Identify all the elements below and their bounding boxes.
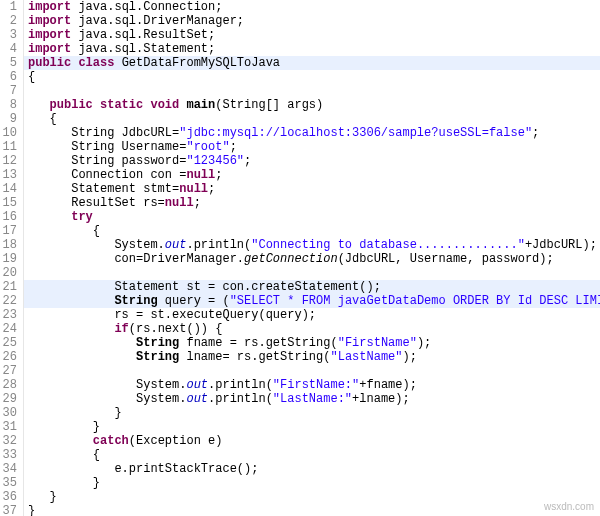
token-plain xyxy=(28,434,93,448)
token-kw: import xyxy=(28,14,78,28)
line-number: 28 xyxy=(0,378,17,392)
token-plain: .println( xyxy=(208,392,273,406)
code-line xyxy=(24,364,600,378)
token-plain xyxy=(28,210,71,224)
token-plain: java.sql.ResultSet; xyxy=(78,28,215,42)
token-kw: try xyxy=(71,210,93,224)
code-line: e.printStackTrace(); xyxy=(24,462,600,476)
code-line: { xyxy=(24,448,600,462)
line-number: 14 xyxy=(0,182,17,196)
line-number: 22 xyxy=(0,294,17,308)
token-plain: GetDataFromMySQLToJava xyxy=(122,56,280,70)
token-plain: (Exception e) xyxy=(129,434,223,448)
token-plain: .println( xyxy=(208,378,273,392)
token-str: "Connecting to database.............." xyxy=(251,238,525,252)
code-line: } xyxy=(24,490,600,504)
code-line: { xyxy=(24,112,600,126)
code-line: Statement st = con.createStatement(); xyxy=(24,280,600,294)
token-plain: ResultSet rs= xyxy=(28,196,165,210)
token-plain: fname = rs.getString( xyxy=(186,336,337,350)
code-line: { xyxy=(24,70,600,84)
token-plain: } xyxy=(28,420,100,434)
token-plain: System. xyxy=(28,378,186,392)
code-line: } xyxy=(24,504,600,516)
line-number-gutter: 1234567891011121314151617181920212223242… xyxy=(0,0,24,516)
code-line: System.out.println("FirstName:"+fname); xyxy=(24,378,600,392)
token-plain: ; xyxy=(230,140,237,154)
token-plain xyxy=(28,322,114,336)
token-plain: { xyxy=(28,70,35,84)
token-kw: import xyxy=(28,0,78,14)
token-plain xyxy=(28,350,136,364)
token-plain: System. xyxy=(28,392,186,406)
code-line xyxy=(24,84,600,98)
code-line: if(rs.next()) { xyxy=(24,322,600,336)
line-number: 21 xyxy=(0,280,17,294)
token-kw: if xyxy=(114,322,128,336)
code-line: import java.sql.Statement; xyxy=(24,42,600,56)
token-plain: ; xyxy=(532,126,539,140)
token-kw: null xyxy=(165,196,194,210)
token-plain: java.sql.Connection; xyxy=(78,0,222,14)
line-number: 26 xyxy=(0,350,17,364)
line-number: 35 xyxy=(0,476,17,490)
token-plain: .println( xyxy=(186,238,251,252)
code-line: Statement stmt=null; xyxy=(24,182,600,196)
code-line: String Username="root"; xyxy=(24,140,600,154)
token-plain: String Username= xyxy=(28,140,186,154)
line-number: 8 xyxy=(0,98,17,112)
token-plain: } xyxy=(28,476,100,490)
token-str: "jdbc:mysql://localhost:3306/sample?useS… xyxy=(179,126,532,140)
token-str: "LastName" xyxy=(330,350,402,364)
code-line: String fname = rs.getString("FirstName")… xyxy=(24,336,600,350)
token-plain xyxy=(28,294,114,308)
line-number: 27 xyxy=(0,364,17,378)
token-plain: } xyxy=(28,504,35,516)
line-number: 4 xyxy=(0,42,17,56)
token-str: "SELECT * FROM javaGetDataDemo ORDER BY … xyxy=(230,294,600,308)
token-plain: String JdbcURL= xyxy=(28,126,179,140)
token-fld: out xyxy=(186,378,208,392)
token-cl: main xyxy=(186,98,215,112)
code-line: con=DriverManager.getConnection(JdbcURL,… xyxy=(24,252,600,266)
token-kw: null xyxy=(186,168,215,182)
line-number: 2 xyxy=(0,14,17,28)
code-line: } xyxy=(24,476,600,490)
line-number: 1 xyxy=(0,0,17,14)
token-plain: } xyxy=(28,490,57,504)
token-fld: out xyxy=(186,392,208,406)
token-cl: String xyxy=(136,336,186,350)
line-number: 19 xyxy=(0,252,17,266)
token-mth: getConnection xyxy=(244,252,338,266)
code-line: String lname= rs.getString("LastName"); xyxy=(24,350,600,364)
line-number: 36 xyxy=(0,490,17,504)
token-plain: System. xyxy=(28,238,165,252)
token-plain: e.printStackTrace(); xyxy=(28,462,258,476)
line-number: 15 xyxy=(0,196,17,210)
line-number: 16 xyxy=(0,210,17,224)
token-plain: String password= xyxy=(28,154,186,168)
token-plain: Statement st = con.createStatement(); xyxy=(28,280,381,294)
line-number: 32 xyxy=(0,434,17,448)
code-line: public class GetDataFromMySQLToJava xyxy=(24,56,600,70)
token-plain: Connection con = xyxy=(28,168,186,182)
token-cl: String xyxy=(114,294,164,308)
token-cl: String xyxy=(136,350,186,364)
line-number: 12 xyxy=(0,154,17,168)
token-plain: con=DriverManager. xyxy=(28,252,244,266)
code-line: catch(Exception e) xyxy=(24,434,600,448)
token-plain: (rs.next()) { xyxy=(129,322,223,336)
token-plain: lname= rs.getString( xyxy=(186,350,330,364)
token-plain: ; xyxy=(215,168,222,182)
line-number: 18 xyxy=(0,238,17,252)
token-str: "123456" xyxy=(186,154,244,168)
token-plain: ; xyxy=(194,196,201,210)
token-plain: { xyxy=(28,448,100,462)
token-plain xyxy=(28,98,50,112)
token-plain: +JdbcURL); xyxy=(525,238,597,252)
code-line: System.out.println("LastName:"+lname); xyxy=(24,392,600,406)
code-line: } xyxy=(24,420,600,434)
code-line: String JdbcURL="jdbc:mysql://localhost:3… xyxy=(24,126,600,140)
code-line: import java.sql.Connection; xyxy=(24,0,600,14)
token-plain: Statement stmt= xyxy=(28,182,179,196)
